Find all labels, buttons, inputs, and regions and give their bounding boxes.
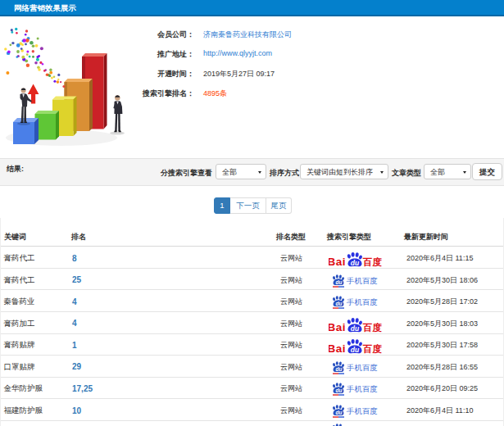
- svg-text:手机百度: 手机百度: [347, 275, 378, 284]
- svg-text:du: du: [336, 301, 343, 306]
- svg-text:Bai: Bai: [329, 321, 346, 333]
- svg-text:du: du: [351, 259, 360, 267]
- svg-text:百度: 百度: [362, 343, 383, 354]
- svg-text:Bai: Bai: [329, 256, 346, 268]
- svg-text:手机百度: 手机百度: [347, 406, 378, 415]
- svg-text:手机百度: 手机百度: [347, 297, 378, 306]
- svg-text:百度: 百度: [362, 256, 383, 267]
- svg-text:du: du: [336, 366, 343, 372]
- svg-text:du: du: [336, 279, 343, 285]
- svg-text:Bai: Bai: [329, 342, 346, 355]
- svg-text:du: du: [336, 410, 343, 415]
- svg-text:du: du: [336, 388, 343, 394]
- svg-text:手机百度: 手机百度: [347, 363, 378, 372]
- svg-text:du: du: [351, 324, 360, 332]
- svg-text:百度: 百度: [362, 322, 383, 333]
- svg-text:手机百度: 手机百度: [347, 384, 378, 393]
- svg-text:du: du: [351, 346, 360, 354]
